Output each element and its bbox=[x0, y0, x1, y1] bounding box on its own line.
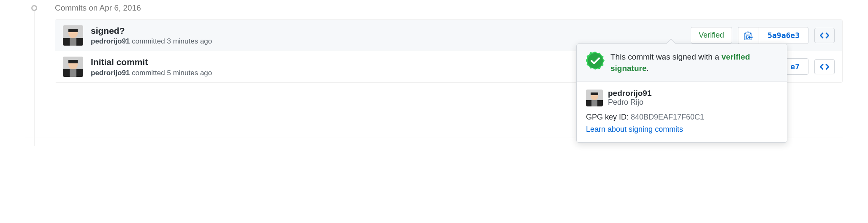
avatar[interactable] bbox=[586, 90, 603, 106]
verified-seal-icon bbox=[586, 52, 605, 70]
svg-rect-2 bbox=[70, 38, 76, 46]
code-icon bbox=[820, 63, 829, 71]
popover-fullname: Pedro Rijo bbox=[608, 98, 651, 107]
svg-rect-13 bbox=[70, 69, 76, 77]
commit-time: committed 5 minutes ago bbox=[130, 69, 212, 77]
copy-sha-button[interactable] bbox=[738, 27, 759, 44]
svg-point-5 bbox=[588, 53, 603, 68]
svg-rect-4 bbox=[68, 29, 78, 32]
avatar[interactable] bbox=[63, 25, 83, 46]
timeline-dot-icon bbox=[31, 5, 37, 11]
commit-author[interactable]: pedrorijo91 bbox=[91, 69, 130, 77]
gpg-key-line: GPG key ID: 840BD9EAF17F60C1 bbox=[586, 113, 778, 122]
commit-title[interactable]: signed? bbox=[91, 25, 691, 36]
commit-sha-link[interactable]: 5a9a6e3 bbox=[759, 27, 808, 44]
verified-popover: This commit was signed with a verified s… bbox=[576, 44, 787, 143]
clipboard-icon bbox=[744, 31, 753, 40]
commit-list: signed? pedrorijo91 committed 3 minutes … bbox=[55, 19, 843, 83]
commit-time: committed 3 minutes ago bbox=[130, 37, 212, 45]
commit-row: signed? pedrorijo91 committed 3 minutes … bbox=[55, 20, 842, 51]
svg-rect-15 bbox=[68, 60, 78, 63]
avatar[interactable] bbox=[63, 57, 83, 77]
popover-signed-text: This commit was signed with a bbox=[610, 52, 719, 61]
browse-code-button[interactable] bbox=[814, 59, 835, 74]
code-icon bbox=[820, 32, 829, 39]
svg-rect-8 bbox=[591, 100, 597, 106]
gpg-key-id: 840BD9EAF17F60C1 bbox=[631, 113, 704, 121]
popover-period: . bbox=[647, 64, 649, 73]
popover-username[interactable]: pedrorijo91 bbox=[608, 89, 651, 98]
learn-signing-link[interactable]: Learn about signing commits bbox=[586, 125, 778, 134]
browse-code-button[interactable] bbox=[814, 28, 835, 43]
commits-date-header: Commits on Apr 6, 2016 bbox=[55, 3, 843, 13]
verified-badge[interactable]: Verified bbox=[691, 27, 732, 44]
svg-rect-10 bbox=[591, 92, 598, 95]
commit-author[interactable]: pedrorijo91 bbox=[91, 37, 130, 45]
